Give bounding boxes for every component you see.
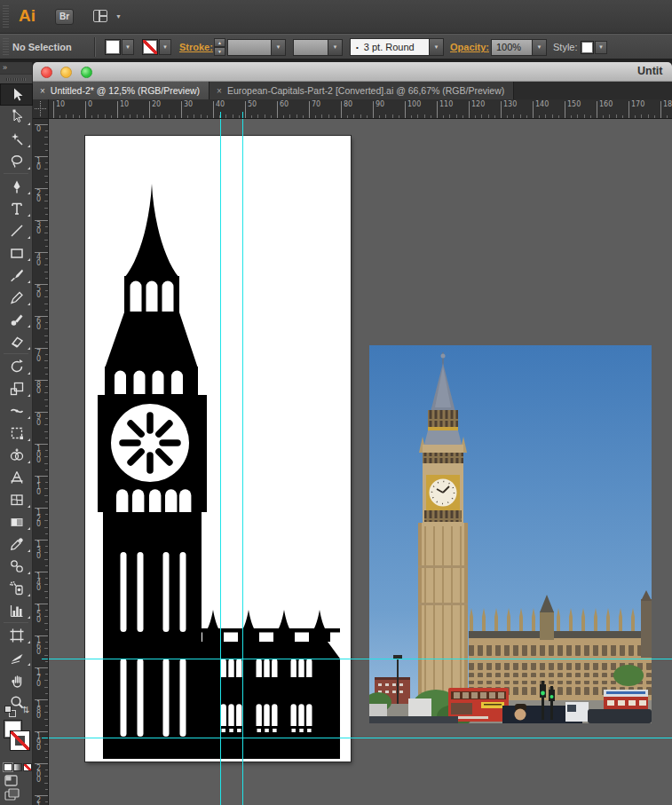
stroke-swatch-none[interactable] <box>142 39 158 55</box>
tool-gradient[interactable] <box>0 510 33 533</box>
pencil-icon <box>9 289 25 305</box>
stroke-weight-dropdown[interactable]: ▼ <box>272 39 286 56</box>
panel-collapse-button[interactable]: » <box>0 62 32 75</box>
vertical-ruler[interactable]: 01 02 03 04 05 06 07 08 09 01 0 01 1 01 … <box>33 119 49 805</box>
brush-value[interactable]: •3 pt. Round <box>350 38 430 56</box>
style-combo[interactable]: ▼ <box>581 35 607 59</box>
tool-column-graph[interactable] <box>0 599 33 621</box>
stroke-weight-combo[interactable]: ▼ <box>227 35 286 59</box>
tool-mesh[interactable] <box>0 488 33 510</box>
stroke-weight-value[interactable] <box>227 39 272 56</box>
horizontal-ruler[interactable]: 1001020304050607080901001101201301401501… <box>49 99 672 119</box>
tool-shape-builder[interactable] <box>0 444 33 466</box>
tool-blend[interactable] <box>0 555 33 577</box>
close-tab-icon[interactable]: × <box>217 86 222 96</box>
tool-pen[interactable] <box>0 175 33 197</box>
minimize-window-button[interactable] <box>60 67 72 78</box>
style-dropdown[interactable]: ▼ <box>595 41 607 54</box>
tool-lasso[interactable] <box>0 150 33 172</box>
tool-paintbrush[interactable] <box>0 264 33 286</box>
fill-dropdown[interactable]: ▼ <box>122 39 134 55</box>
tool-magic-wand[interactable] <box>0 128 33 150</box>
opacity-dropdown[interactable]: ▼ <box>533 39 547 56</box>
tools-panel: » ⇄ <box>0 62 33 805</box>
brush-dot-icon: • <box>356 43 359 51</box>
vertical-guide-1[interactable] <box>242 119 243 805</box>
style-swatch[interactable] <box>581 41 594 54</box>
bigben-photo-image[interactable] <box>369 345 652 723</box>
close-window-button[interactable] <box>41 67 52 78</box>
ruler-origin-corner[interactable] <box>33 99 49 119</box>
stroke-weight-stepper[interactable]: ▲▼ <box>214 35 227 59</box>
tool-perspective-grid[interactable] <box>0 466 33 488</box>
opacity-panel-link[interactable]: Opacity: <box>450 35 489 59</box>
opacity-combo[interactable]: 100% ▼ <box>491 35 547 59</box>
color-button[interactable] <box>4 763 12 771</box>
tool-artboard[interactable] <box>0 624 33 646</box>
close-tab-icon[interactable]: × <box>40 86 45 96</box>
vertical-guide-0[interactable] <box>220 119 221 805</box>
workspace: » ⇄ <box>0 60 672 805</box>
stroke-dropdown[interactable]: ▼ <box>159 39 171 55</box>
style-label: Style: <box>553 35 578 59</box>
tool-width[interactable] <box>0 399 33 422</box>
canvas-pasteboard[interactable] <box>49 119 672 805</box>
tool-eyedropper[interactable] <box>0 533 33 555</box>
tool-rotate[interactable] <box>0 355 33 377</box>
tool-slice[interactable] <box>0 646 33 668</box>
tool-blob-brush[interactable] <box>0 308 33 330</box>
tool-pencil[interactable] <box>0 286 33 308</box>
panel-grip[interactable] <box>0 75 32 83</box>
column-graph-icon <box>9 603 25 619</box>
default-fill-stroke-icon[interactable] <box>4 706 16 717</box>
width-profile-value[interactable] <box>293 39 328 56</box>
perspective-grid-icon <box>9 470 25 485</box>
stroke-panel-link[interactable]: Stroke: <box>179 35 213 59</box>
opacity-value[interactable]: 100% <box>491 39 533 56</box>
bigben-silhouette-artwork[interactable] <box>85 136 351 762</box>
zoom-window-button[interactable] <box>81 67 92 78</box>
document-tab-0[interactable]: ×Untitled-2* @ 12,5% (RGB/Preview) <box>33 82 210 99</box>
workspace-layout-icon <box>93 10 107 22</box>
tool-hand[interactable] <box>0 668 33 691</box>
tool-selection[interactable] <box>0 83 33 106</box>
selection-status: No Selection <box>12 35 72 59</box>
stroke-proxy-none[interactable] <box>11 731 29 750</box>
type-icon <box>9 201 25 217</box>
bridge-button[interactable]: Br <box>55 9 74 25</box>
none-button[interactable] <box>23 763 32 771</box>
screen-mode-button[interactable] <box>0 787 33 801</box>
tool-type[interactable] <box>0 197 33 219</box>
horizontal-guide-1[interactable] <box>49 738 672 738</box>
tool-symbol-sprayer[interactable] <box>0 577 33 599</box>
chevron-down-icon: ▼ <box>115 13 122 20</box>
gradient-button[interactable] <box>13 763 22 771</box>
drawing-mode-button[interactable] <box>0 773 33 787</box>
fill-color-control[interactable]: ▼ <box>105 35 134 59</box>
brush-combo[interactable]: •3 pt. Round ▼ <box>350 35 444 59</box>
document-tab-1[interactable]: ×European-Capitals-Part-2 [Converted].ai… <box>210 82 514 99</box>
swap-fill-stroke-icon[interactable]: ⇄ <box>20 706 30 713</box>
tool-free-transform[interactable] <box>0 422 33 444</box>
window-titlebar[interactable]: Untit <box>33 62 672 82</box>
artboard[interactable] <box>85 136 351 762</box>
tool-rectangle[interactable] <box>0 241 33 264</box>
bar-grip <box>3 38 9 55</box>
tool-direct-selection[interactable] <box>0 106 33 128</box>
brush-dropdown[interactable]: ▼ <box>430 38 444 56</box>
width-icon <box>9 403 25 419</box>
artboard-icon <box>9 627 25 643</box>
blend-icon <box>9 558 25 574</box>
width-profile-dropdown[interactable]: ▼ <box>328 39 343 56</box>
horizontal-guide-0[interactable] <box>49 659 672 659</box>
stroke-color-control[interactable]: ▼ <box>142 35 171 59</box>
tab-label: Untitled-2* @ 12,5% (RGB/Preview) <box>51 85 200 96</box>
magic-wand-icon <box>9 131 25 147</box>
width-profile-combo[interactable]: ▼ <box>293 35 343 59</box>
stepper-up-icon: ▲ <box>214 38 225 47</box>
workspace-switcher[interactable]: ▼ <box>93 9 122 24</box>
tool-scale[interactable] <box>0 377 33 399</box>
fill-swatch[interactable] <box>105 39 121 55</box>
tool-eraser[interactable] <box>0 330 33 352</box>
tool-line-segment[interactable] <box>0 219 33 241</box>
